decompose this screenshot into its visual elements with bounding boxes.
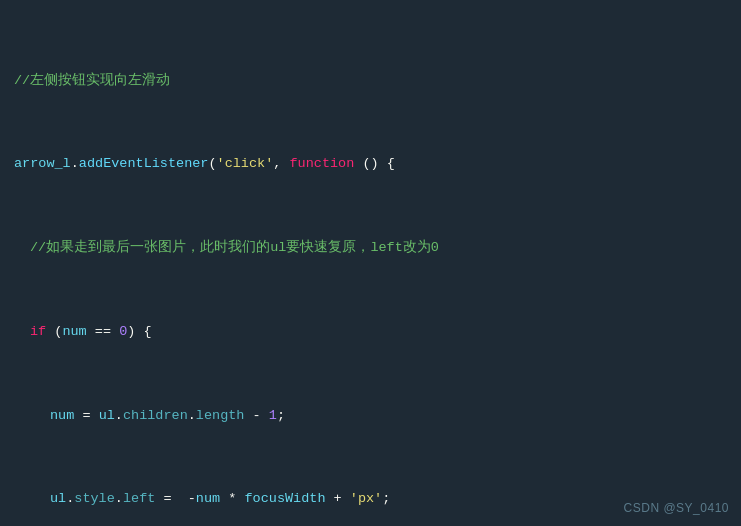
comment-text-2: //如果走到最后一张图片，此时我们的ul要快速复原，left改为0 <box>30 238 439 259</box>
prop-length: length <box>196 406 245 427</box>
var-num: num <box>62 322 86 343</box>
var-focuswidth: focusWidth <box>244 489 325 510</box>
num-1: 1 <box>269 406 277 427</box>
var-num-3: num <box>196 489 220 510</box>
prop-children: children <box>123 406 188 427</box>
line-comment-1: //左侧按钮实现向左滑动 <box>10 71 741 92</box>
line-comment-2: //如果走到最后一张图片，此时我们的ul要快速复原，left改为0 <box>10 238 741 259</box>
kw-if: if <box>30 322 46 343</box>
watermark: CSDN @SY_0410 <box>624 499 729 518</box>
kw-function: function <box>289 154 354 175</box>
code-editor: //左侧按钮实现向左滑动 arrow_l.addEventListener('c… <box>0 0 741 526</box>
num-0: 0 <box>119 322 127 343</box>
var-ul-2: ul <box>50 489 66 510</box>
var-num-2: num <box>50 406 74 427</box>
var-ul: ul <box>99 406 115 427</box>
string-px: 'px' <box>350 489 382 510</box>
line-num-assign: num = ul.children.length - 1; <box>10 406 741 427</box>
line-if-num: if (num == 0) { <box>10 322 741 343</box>
var-arrow-l: arrow_l <box>14 154 71 175</box>
func-addeventlistener: addEventListener <box>79 154 209 175</box>
prop-style: style <box>74 489 115 510</box>
string-click: 'click' <box>217 154 274 175</box>
line-arrow-listener: arrow_l.addEventListener('click', functi… <box>10 154 741 175</box>
prop-left: left <box>123 489 155 510</box>
comment-text: //左侧按钮实现向左滑动 <box>14 71 170 92</box>
